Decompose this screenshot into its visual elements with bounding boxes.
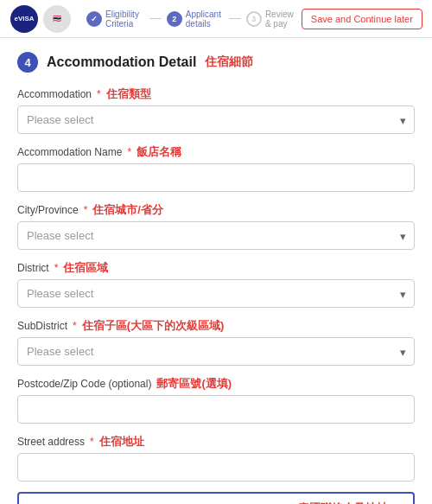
street-label-en: Street address [17,436,85,448]
accommodation-required: * [97,88,101,100]
accommodation-label-zh: 住宿類型 [106,86,151,102]
evisa-logo: eVISA [10,5,38,33]
district-label-en: District [17,262,49,274]
step-divider-2 [229,18,241,19]
section-title-en: Accommodation Detail [47,54,196,70]
save-later-button[interactable]: Save and Continue later [302,9,422,29]
step-1: ✓ Eligibility Criteria [81,10,149,29]
city-label-row: City/Province* 住宿城市/省分 [17,202,415,218]
step-2-circle: 2 [167,11,182,27]
subdistrict-required: * [73,320,77,332]
section-header: 4 Accommodation Detail 住宿細節 [17,52,415,73]
city-required: * [84,204,88,216]
reference-group: Name and address of person(s) of referen… [17,492,415,504]
district-group: District* 住宿區域 Please select [17,260,415,308]
reference-label-zh: 泰國聯絡人及地址 [298,501,388,504]
subdistrict-label-en: SubDistrict [17,320,67,332]
thai-logo: 🇹🇭 [43,5,71,33]
accommodation-label-en: Accommodation [17,88,92,100]
street-label-zh: 住宿地址 [99,434,144,450]
step-1-label: Eligibility Criteria [105,10,144,29]
section-title-zh: 住宿細節 [205,54,253,70]
district-required: * [54,262,59,274]
accommodation-group: Accommodation* 住宿類型 Please select [17,86,415,134]
accommodation-name-group: Accommodation Name* 飯店名稱 [17,144,415,192]
postcode-label-row: Postcode/Zip Code (optional) 郵寄區號(選填) [17,376,415,392]
subdistrict-label-row: SubDistrict* 住宿子區(大區下的次級區域) [17,318,415,334]
accommodation-name-required: * [127,146,131,158]
step-1-circle: ✓ [86,11,102,27]
street-input[interactable] [17,453,415,482]
street-label-row: Street address* 住宿地址 [17,434,415,450]
city-label-zh: 住宿城市/省分 [92,202,163,218]
accommodation-name-label-zh: 飯店名稱 [137,144,181,160]
section-number: 4 [17,52,38,73]
city-label-en: City/Province [17,204,79,216]
header: eVISA 🇹🇭 ✓ Eligibility Criteria 2 Applic… [0,0,432,38]
postcode-input[interactable] [17,395,415,424]
subdistrict-select-wrapper: Please select [17,337,415,366]
reference-label-row: Name and address of person(s) of referen… [26,501,406,504]
step-3: 3 Review & pay [241,10,302,29]
district-select-wrapper: Please select [17,279,415,308]
postcode-group: Postcode/Zip Code (optional) 郵寄區號(選填) [17,376,415,424]
district-label-row: District* 住宿區域 [17,260,415,276]
subdistrict-select[interactable]: Please select [17,337,415,366]
accommodation-name-label-row: Accommodation Name* 飯店名稱 [17,144,415,160]
accommodation-label-row: Accommodation* 住宿類型 [17,86,415,102]
postcode-label-zh: 郵寄區號(選填) [156,376,232,392]
accommodation-name-input[interactable] [17,163,415,192]
street-required: * [90,436,94,448]
step-3-label: Review & pay [265,10,296,29]
step-2-label: Applicant details [186,10,224,29]
step-divider-1 [149,18,162,19]
city-group: City/Province* 住宿城市/省分 Please select [17,202,415,250]
steps-nav: ✓ Eligibility Criteria 2 Applicant detai… [81,10,302,29]
accommodation-name-label-en: Accommodation Name [17,146,122,158]
city-select-wrapper: Please select [17,221,415,250]
accommodation-select[interactable]: Please select [17,105,415,134]
subdistrict-label-zh: 住宿子區(大區下的次級區域) [82,318,225,334]
district-select[interactable]: Please select [17,279,415,308]
main-content: 4 Accommodation Detail 住宿細節 Accommodatio… [0,38,432,504]
subdistrict-group: SubDistrict* 住宿子區(大區下的次級區域) Please selec… [17,318,415,366]
street-group: Street address* 住宿地址 [17,434,415,482]
step-3-circle: 3 [246,11,262,27]
logos: eVISA 🇹🇭 [10,5,71,33]
city-select[interactable]: Please select [17,221,415,250]
step-2: 2 Applicant details [162,10,229,29]
postcode-label-en: Postcode/Zip Code (optional) [17,378,151,390]
accommodation-select-wrapper: Please select [17,105,415,134]
district-label-zh: 住宿區域 [63,260,108,276]
